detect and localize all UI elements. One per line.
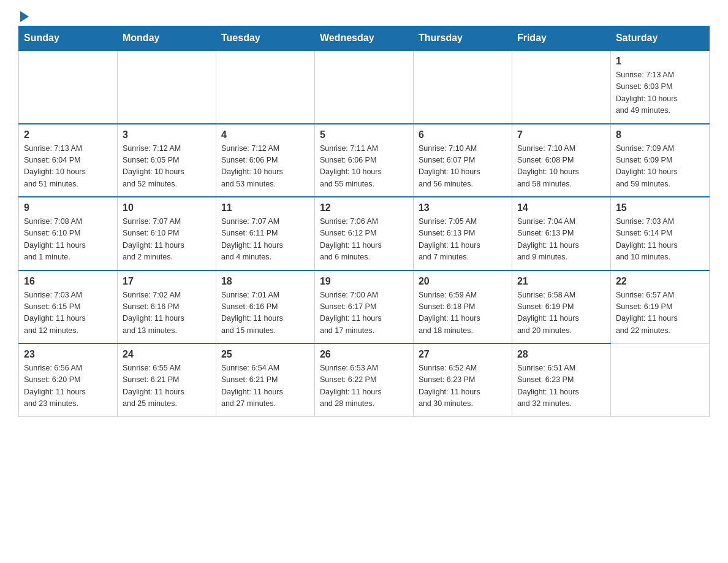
day-number: 15 (616, 202, 704, 213)
page-header (18, 12, 710, 20)
day-info: Sunrise: 6:57 AM Sunset: 6:19 PM Dayligh… (616, 289, 704, 337)
day-info: Sunrise: 7:10 AM Sunset: 6:07 PM Dayligh… (419, 143, 507, 191)
day-info: Sunrise: 6:54 AM Sunset: 6:21 PM Dayligh… (221, 362, 309, 410)
day-info: Sunrise: 6:55 AM Sunset: 6:21 PM Dayligh… (123, 362, 211, 410)
day-info: Sunrise: 6:59 AM Sunset: 6:18 PM Dayligh… (419, 289, 507, 337)
day-number: 4 (221, 129, 309, 140)
day-info: Sunrise: 7:10 AM Sunset: 6:08 PM Dayligh… (517, 143, 605, 191)
logo (18, 12, 29, 20)
day-info: Sunrise: 6:58 AM Sunset: 6:19 PM Dayligh… (517, 289, 605, 337)
calendar-day-cell: 18Sunrise: 7:01 AM Sunset: 6:16 PM Dayli… (216, 270, 314, 344)
calendar-week-row: 9Sunrise: 7:08 AM Sunset: 6:10 PM Daylig… (19, 197, 710, 270)
day-info: Sunrise: 7:03 AM Sunset: 6:15 PM Dayligh… (24, 289, 112, 337)
calendar-day-header: Saturday (610, 26, 709, 51)
calendar-day-header: Wednesday (314, 26, 413, 51)
calendar-day-cell (610, 343, 709, 416)
day-number: 23 (24, 349, 112, 360)
calendar-day-cell: 15Sunrise: 7:03 AM Sunset: 6:14 PM Dayli… (610, 197, 709, 270)
calendar-day-cell: 9Sunrise: 7:08 AM Sunset: 6:10 PM Daylig… (19, 197, 118, 270)
calendar-day-cell: 19Sunrise: 7:00 AM Sunset: 6:17 PM Dayli… (314, 270, 413, 344)
day-number: 3 (123, 129, 211, 140)
day-info: Sunrise: 6:56 AM Sunset: 6:20 PM Dayligh… (24, 362, 112, 410)
day-info: Sunrise: 6:51 AM Sunset: 6:23 PM Dayligh… (517, 362, 605, 410)
calendar-day-cell: 23Sunrise: 6:56 AM Sunset: 6:20 PM Dayli… (19, 343, 118, 416)
calendar-week-row: 1Sunrise: 7:13 AM Sunset: 6:03 PM Daylig… (19, 50, 710, 124)
day-number: 5 (320, 129, 408, 140)
day-number: 25 (221, 349, 309, 360)
calendar-week-row: 16Sunrise: 7:03 AM Sunset: 6:15 PM Dayli… (19, 270, 710, 344)
day-number: 8 (616, 129, 704, 140)
day-info: Sunrise: 7:07 AM Sunset: 6:11 PM Dayligh… (221, 216, 309, 264)
calendar-header-row: SundayMondayTuesdayWednesdayThursdayFrid… (19, 26, 710, 51)
day-number: 10 (123, 202, 211, 213)
calendar-day-header: Thursday (413, 26, 512, 51)
calendar-day-cell: 2Sunrise: 7:13 AM Sunset: 6:04 PM Daylig… (19, 124, 118, 197)
calendar-day-cell (216, 50, 314, 124)
day-number: 22 (616, 276, 704, 287)
day-info: Sunrise: 7:03 AM Sunset: 6:14 PM Dayligh… (616, 216, 704, 264)
calendar-week-row: 2Sunrise: 7:13 AM Sunset: 6:04 PM Daylig… (19, 124, 710, 197)
day-number: 26 (320, 349, 408, 360)
calendar-day-cell (117, 50, 216, 124)
calendar-day-cell: 17Sunrise: 7:02 AM Sunset: 6:16 PM Dayli… (117, 270, 216, 344)
calendar-day-header: Tuesday (216, 26, 314, 51)
day-info: Sunrise: 7:05 AM Sunset: 6:13 PM Dayligh… (419, 216, 507, 264)
calendar-day-cell: 14Sunrise: 7:04 AM Sunset: 6:13 PM Dayli… (512, 197, 610, 270)
calendar-day-cell (314, 50, 413, 124)
day-info: Sunrise: 6:52 AM Sunset: 6:23 PM Dayligh… (419, 362, 507, 410)
calendar-day-header: Sunday (19, 26, 118, 51)
day-number: 6 (419, 129, 507, 140)
day-number: 2 (24, 129, 112, 140)
day-info: Sunrise: 7:09 AM Sunset: 6:09 PM Dayligh… (616, 143, 704, 191)
day-info: Sunrise: 7:08 AM Sunset: 6:10 PM Dayligh… (24, 216, 112, 264)
calendar-day-cell: 22Sunrise: 6:57 AM Sunset: 6:19 PM Dayli… (610, 270, 709, 344)
calendar-day-cell: 25Sunrise: 6:54 AM Sunset: 6:21 PM Dayli… (216, 343, 314, 416)
calendar-day-cell: 20Sunrise: 6:59 AM Sunset: 6:18 PM Dayli… (413, 270, 512, 344)
day-number: 13 (419, 202, 507, 213)
calendar-day-header: Monday (117, 26, 216, 51)
day-number: 28 (517, 349, 605, 360)
calendar-day-cell: 26Sunrise: 6:53 AM Sunset: 6:22 PM Dayli… (314, 343, 413, 416)
day-info: Sunrise: 7:04 AM Sunset: 6:13 PM Dayligh… (517, 216, 605, 264)
day-info: Sunrise: 7:00 AM Sunset: 6:17 PM Dayligh… (320, 289, 408, 337)
day-number: 11 (221, 202, 309, 213)
day-info: Sunrise: 7:11 AM Sunset: 6:06 PM Dayligh… (320, 143, 408, 191)
calendar-day-cell: 7Sunrise: 7:10 AM Sunset: 6:08 PM Daylig… (512, 124, 610, 197)
calendar-week-row: 23Sunrise: 6:56 AM Sunset: 6:20 PM Dayli… (19, 343, 710, 416)
calendar-day-cell: 28Sunrise: 6:51 AM Sunset: 6:23 PM Dayli… (512, 343, 610, 416)
calendar-table: SundayMondayTuesdayWednesdayThursdayFrid… (18, 26, 710, 417)
day-number: 27 (419, 349, 507, 360)
logo-arrow-icon (20, 11, 29, 22)
day-number: 20 (419, 276, 507, 287)
day-number: 21 (517, 276, 605, 287)
day-number: 1 (616, 56, 704, 67)
calendar-day-cell: 6Sunrise: 7:10 AM Sunset: 6:07 PM Daylig… (413, 124, 512, 197)
day-number: 9 (24, 202, 112, 213)
day-info: Sunrise: 7:07 AM Sunset: 6:10 PM Dayligh… (123, 216, 211, 264)
calendar-day-cell: 3Sunrise: 7:12 AM Sunset: 6:05 PM Daylig… (117, 124, 216, 197)
calendar-day-cell (512, 50, 610, 124)
calendar-day-cell: 4Sunrise: 7:12 AM Sunset: 6:06 PM Daylig… (216, 124, 314, 197)
day-info: Sunrise: 7:12 AM Sunset: 6:05 PM Dayligh… (123, 143, 211, 191)
calendar-day-cell: 13Sunrise: 7:05 AM Sunset: 6:13 PM Dayli… (413, 197, 512, 270)
day-number: 12 (320, 202, 408, 213)
day-info: Sunrise: 7:06 AM Sunset: 6:12 PM Dayligh… (320, 216, 408, 264)
day-number: 14 (517, 202, 605, 213)
calendar-day-cell: 24Sunrise: 6:55 AM Sunset: 6:21 PM Dayli… (117, 343, 216, 416)
day-number: 17 (123, 276, 211, 287)
day-info: Sunrise: 7:01 AM Sunset: 6:16 PM Dayligh… (221, 289, 309, 337)
calendar-day-header: Friday (512, 26, 610, 51)
day-number: 24 (123, 349, 211, 360)
calendar-day-cell: 5Sunrise: 7:11 AM Sunset: 6:06 PM Daylig… (314, 124, 413, 197)
calendar-day-cell: 8Sunrise: 7:09 AM Sunset: 6:09 PM Daylig… (610, 124, 709, 197)
calendar-day-cell: 10Sunrise: 7:07 AM Sunset: 6:10 PM Dayli… (117, 197, 216, 270)
calendar-day-cell: 1Sunrise: 7:13 AM Sunset: 6:03 PM Daylig… (610, 50, 709, 124)
calendar-day-cell: 16Sunrise: 7:03 AM Sunset: 6:15 PM Dayli… (19, 270, 118, 344)
calendar-day-cell: 27Sunrise: 6:52 AM Sunset: 6:23 PM Dayli… (413, 343, 512, 416)
day-info: Sunrise: 6:53 AM Sunset: 6:22 PM Dayligh… (320, 362, 408, 410)
calendar-day-cell: 21Sunrise: 6:58 AM Sunset: 6:19 PM Dayli… (512, 270, 610, 344)
calendar-day-cell: 12Sunrise: 7:06 AM Sunset: 6:12 PM Dayli… (314, 197, 413, 270)
day-info: Sunrise: 7:13 AM Sunset: 6:03 PM Dayligh… (616, 69, 704, 117)
day-info: Sunrise: 7:13 AM Sunset: 6:04 PM Dayligh… (24, 143, 112, 191)
calendar-day-cell: 11Sunrise: 7:07 AM Sunset: 6:11 PM Dayli… (216, 197, 314, 270)
